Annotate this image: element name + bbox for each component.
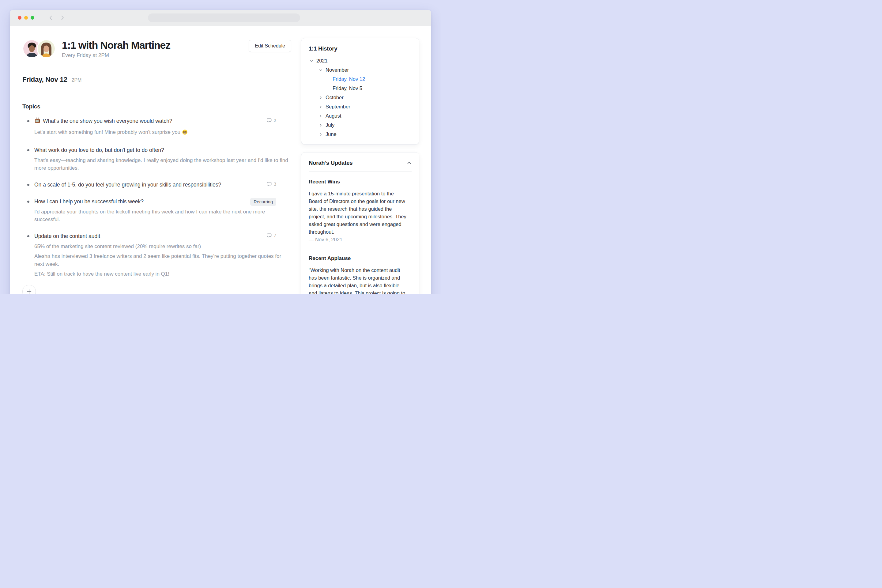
norah-martinez-avatar (37, 39, 56, 58)
recent-wins-date: — Nov 6, 2021 (309, 237, 412, 243)
forward-arrow-icon[interactable] (59, 15, 66, 21)
zoom-window-button[interactable] (31, 16, 34, 20)
bullet-icon (27, 184, 29, 186)
participant-avatars (22, 39, 56, 58)
history-month-september[interactable]: September (309, 102, 412, 111)
topics-heading: Topics (22, 103, 291, 110)
topic-text: On a scale of 1-5, do you feel you're gr… (34, 182, 221, 188)
page-title: 1:1 with Norah Martinez (62, 39, 170, 51)
edit-schedule-button[interactable]: Edit Schedule (249, 40, 291, 52)
comment-icon (267, 182, 272, 186)
topic-item[interactable]: Update on the content audit 7 65% of the… (22, 232, 291, 278)
desktop-background: { "ui_colors": { "accent_blue": "#2878e6… (0, 0, 441, 294)
updates-panel: Norah’s Updates Recent Wins I gave a 15-… (301, 152, 419, 294)
history-date-nov-5[interactable]: Friday, Nov 5 (309, 84, 412, 93)
divider (309, 171, 412, 172)
comment-count-value: 3 (273, 181, 276, 187)
chevron-right-icon (318, 123, 323, 127)
topic-text: How I can I help you be successful this … (34, 198, 144, 205)
add-topic-button[interactable] (22, 285, 36, 294)
topic-item[interactable]: What work do you love to do, but don't g… (22, 146, 291, 172)
meeting-date-row: Friday, Nov 12 2PM (22, 76, 291, 84)
history-panel: 1:1 History 2021 November Friday, Nov 12… (301, 38, 419, 144)
recurring-badge: Recurring (250, 198, 276, 206)
history-month-november[interactable]: November (309, 65, 412, 74)
collapse-panel-button[interactable] (407, 160, 412, 165)
history-heading: 1:1 History (309, 45, 412, 52)
topic-text: Update on the content audit (34, 233, 100, 239)
recent-applause-body: “Working with Norah on the content audit… (309, 266, 408, 294)
comment-icon (267, 118, 272, 123)
chevron-down-icon (318, 68, 323, 72)
tv-emoji-icon (34, 117, 41, 126)
chevron-up-icon (407, 160, 412, 165)
app-window: 1:1 with Norah Martinez Every Friday at … (10, 10, 431, 294)
meeting-schedule-subtitle: Every Friday at 2PM (62, 52, 170, 58)
window-titlebar (10, 10, 431, 26)
topic-item[interactable]: What's the one show you wish everyone wo… (22, 117, 291, 138)
chevron-right-icon (318, 132, 323, 136)
history-year-2021[interactable]: 2021 (309, 56, 412, 65)
comment-count[interactable]: 2 (267, 118, 276, 123)
history-month-august[interactable]: August (309, 111, 412, 120)
grinning-emoji-icon (182, 129, 188, 138)
meeting-time: 2PM (72, 78, 82, 83)
bullet-icon (27, 235, 29, 237)
topic-note: 65% of the marketing site content review… (22, 243, 291, 250)
recent-wins-body: I gave a 15-minute presentation to the B… (309, 190, 408, 236)
topic-text: What work do you love to do, but don't g… (34, 147, 164, 153)
history-month-july[interactable]: July (309, 120, 412, 129)
comment-icon (267, 233, 272, 238)
address-bar[interactable] (148, 14, 300, 22)
meeting-notes-main: 1:1 with Norah Martinez Every Friday at … (22, 26, 291, 294)
bullet-icon (27, 120, 29, 122)
chevron-right-icon (318, 114, 323, 118)
history-date-nov-12[interactable]: Friday, Nov 12 (309, 74, 412, 84)
history-month-october[interactable]: October (309, 93, 412, 102)
chevron-down-icon (309, 58, 314, 63)
plus-icon (26, 289, 32, 294)
topic-note: ETA: Still on track to have the new cont… (22, 270, 291, 278)
updates-heading: Norah’s Updates (309, 159, 352, 166)
chevron-right-icon (318, 104, 323, 109)
meeting-date: Friday, Nov 12 (22, 76, 68, 84)
chevron-right-icon (318, 95, 323, 99)
topic-item[interactable]: How I can I help you be successful this … (22, 197, 291, 224)
history-month-june[interactable]: June (309, 129, 412, 139)
topic-note: Alesha has interviewed 3 freelance write… (22, 252, 291, 268)
close-window-button[interactable] (18, 16, 21, 20)
meeting-header: 1:1 with Norah Martinez Every Friday at … (22, 39, 291, 58)
comment-count[interactable]: 3 (267, 181, 276, 187)
recent-applause-title: Recent Applause (309, 255, 412, 261)
history-tree: 2021 November Friday, Nov 12 Friday, Nov… (309, 56, 412, 139)
back-arrow-icon[interactable] (48, 15, 54, 21)
comment-count-value: 2 (273, 118, 276, 123)
divider (22, 89, 291, 89)
topic-item[interactable]: On a scale of 1-5, do you feel you're gr… (22, 180, 291, 189)
topic-note: That's easy—teaching and sharing knowled… (22, 156, 291, 172)
comment-count-value: 7 (273, 233, 276, 238)
divider (309, 250, 412, 250)
comment-count[interactable]: 7 (267, 233, 276, 238)
minimize-window-button[interactable] (24, 16, 28, 20)
topic-text: What's the one show you wish everyone wo… (43, 118, 172, 124)
topic-note: I'd appreciate your thoughts on the kick… (22, 208, 291, 224)
bullet-icon (27, 201, 29, 203)
recent-wins-title: Recent Wins (309, 179, 412, 185)
topic-note: Let's start with something fun! Mine pro… (22, 128, 291, 138)
bullet-icon (27, 149, 29, 151)
